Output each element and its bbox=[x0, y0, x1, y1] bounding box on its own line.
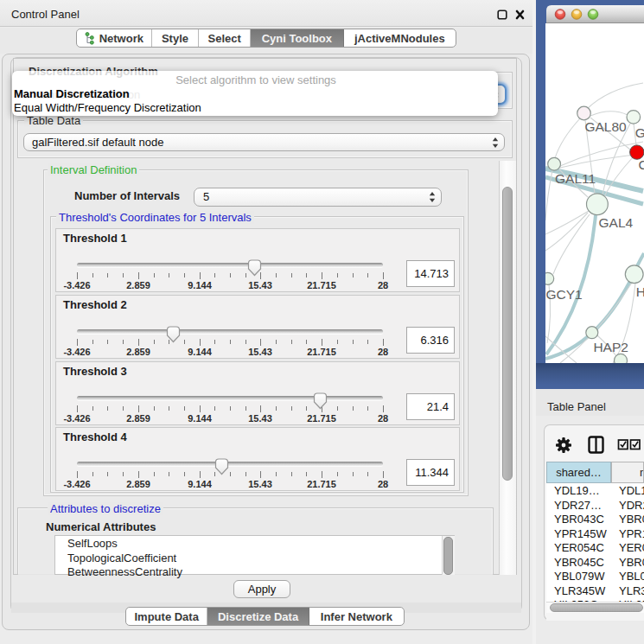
svg-text:HAP2: HAP2 bbox=[593, 340, 628, 354]
svg-text:GAL11: GAL11 bbox=[555, 171, 596, 186]
svg-text:GA: GA bbox=[635, 125, 644, 140]
svg-text:GAL80: GAL80 bbox=[584, 119, 627, 134]
svg-text:GCY1: GCY1 bbox=[546, 287, 583, 302]
svg-text:CR: CR bbox=[639, 157, 644, 172]
svg-text:HA: HA bbox=[636, 284, 644, 299]
svg-text:GAL4: GAL4 bbox=[599, 215, 634, 230]
